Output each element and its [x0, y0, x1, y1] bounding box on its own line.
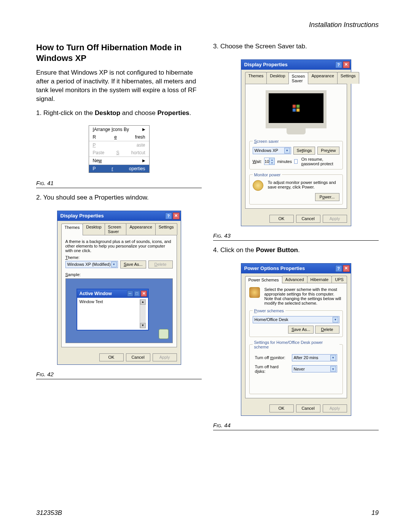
preview-button[interactable]: PreviewPreview [317, 147, 339, 155]
dialog-titlebar: Display Properties ? ✕ [57, 211, 181, 221]
tab-settings[interactable]: Settings [337, 72, 359, 84]
display-properties-screensaver-dialog: Display Properties ? ✕ Themes Desktop Sc… [241, 59, 351, 226]
settings-button[interactable]: SettingsSettings [293, 147, 315, 155]
help-button[interactable]: ? [335, 61, 342, 68]
fig-43-label: Fig. 43 [213, 232, 379, 239]
scrollbar: ▴▾ [140, 299, 146, 328]
tab-screen-saver[interactable]: Screen Saver [105, 223, 127, 235]
power-scheme-icon [249, 287, 260, 298]
ok-button[interactable]: OK [269, 215, 294, 223]
cancel-button[interactable]: Cancel [126, 353, 150, 361]
wait-spinner[interactable]: 10 ▴▾ [264, 158, 275, 165]
monitor-preview [249, 88, 343, 136]
tab-desktop[interactable]: Desktop [83, 223, 105, 235]
ok-button[interactable]: OK [269, 404, 294, 412]
sample-label: Sample:Sample: [65, 272, 173, 277]
chevron-down-icon: ▾ [111, 262, 117, 267]
apply-button: Apply [153, 353, 177, 361]
left-column: How to Turn Off Hibernation Mode in Wind… [36, 42, 202, 436]
ctx-paste: PastePaste [89, 141, 149, 149]
footer-page-number: 19 [371, 509, 379, 517]
tab-themes[interactable]: Themes [61, 224, 83, 235]
ctx-properties[interactable]: PropertiesProperties [89, 165, 149, 173]
chevron-down-icon: ▾ [330, 355, 336, 361]
screensaver-select[interactable]: Windows XP▾ [253, 147, 291, 154]
fig-42-rule [36, 379, 202, 379]
svg-rect-0 [292, 105, 295, 108]
step-1: 1. Right-click on the Desktop and choose… [36, 109, 202, 118]
resume-label: On resume, password protectOn resume, pa… [301, 157, 339, 166]
close-icon: ✕ [141, 291, 147, 297]
tab-advanced[interactable]: Advanced [282, 276, 307, 283]
power-scheme-select[interactable]: Home/Office Desk▾ [253, 316, 339, 323]
ctx-paste-shortcut: Paste ShortcutPaste Shortcut [89, 149, 149, 157]
tab-strip: Themes Desktop Screen Saver Appearance S… [61, 223, 177, 235]
intro-paragraph: Ensure that Windows XP is not configured… [36, 69, 202, 104]
cancel-button[interactable]: Cancel [296, 215, 320, 223]
apply-button: Apply [323, 215, 347, 223]
svg-rect-1 [296, 105, 299, 108]
theme-select[interactable]: Windows XP (Modified)▾ [65, 261, 118, 268]
tab-strip: Power Schemes Advanced Hibernate UPS [245, 276, 347, 283]
screensaver-legend: Screen saverScreen saver [253, 139, 280, 144]
delete-button[interactable]: DeleteDelete [315, 326, 339, 334]
step-4: 4. Click on the Power Button. [213, 246, 379, 255]
help-button[interactable]: ? [335, 265, 342, 272]
ctx-arrange-icons[interactable]: IArrange Icons ByArrange Icons By▶ [89, 126, 149, 133]
close-button[interactable]: ✕ [173, 212, 180, 219]
fig-44-label: Fig. 44 [213, 422, 379, 428]
chevron-down-icon: ▾ [284, 148, 290, 153]
turn-off-monitor-select[interactable]: After 20 mins▾ [292, 354, 337, 361]
chevron-down-icon: ▾ [333, 317, 338, 323]
ctx-refresh[interactable]: RefreshRefresh [89, 133, 149, 141]
power-schemes-legend: Power schemesPower schemes [253, 308, 285, 313]
turn-off-hard-disks-label: Turn off hard disks:Turn off hard disks: [253, 363, 290, 375]
step-3: 3. Choose the Screen Saver tab. [213, 42, 379, 51]
tab-settings[interactable]: Settings [155, 223, 177, 235]
dialog-title: Display Properties [61, 213, 104, 219]
cancel-button[interactable]: Cancel [296, 404, 320, 412]
fig-42-label: Fig. 42 [36, 371, 202, 377]
save-as-button[interactable]: Save As...Save As... [288, 326, 314, 334]
recycle-bin-icon [159, 329, 169, 339]
tab-themes[interactable]: Themes [245, 72, 267, 84]
dialog-titlebar: Power Options Properties ? ✕ [241, 264, 351, 273]
minutes-label: minutes [277, 159, 292, 164]
tab-power-schemes[interactable]: Power Schemes [245, 276, 282, 283]
close-button[interactable]: ✕ [343, 265, 350, 272]
dialog-title: Power Options Properties [244, 265, 305, 271]
turn-off-hard-disks-select[interactable]: Never▾ [292, 365, 337, 372]
tab-hibernate[interactable]: Hibernate [307, 276, 332, 283]
preview-active-window: Active Window ─ □ ✕ Window Text ▴▾ [76, 289, 149, 331]
context-menu: IArrange Icons ByArrange Icons By▶ Refre… [89, 125, 150, 173]
chevron-down-icon: ▾ [330, 366, 336, 372]
energy-star-icon [253, 180, 263, 191]
settings-for-legend: Settings for Home/Office Desk power sche… [253, 340, 339, 349]
close-button[interactable]: ✕ [343, 61, 350, 68]
svg-rect-2 [292, 109, 295, 112]
header-section: Installation Instructions [36, 21, 379, 29]
dialog-title: Display Properties [244, 62, 288, 67]
tab-appearance[interactable]: Appearance [308, 72, 337, 84]
step-2: 2. You should see a Properties window. [36, 193, 202, 202]
ok-button[interactable]: OK [99, 353, 124, 361]
display-properties-themes-dialog: Display Properties ? ✕ Themes Desktop Sc… [57, 211, 181, 365]
right-column: 3. Choose the Screen Saver tab. Display … [213, 42, 379, 436]
resume-checkbox[interactable] [294, 159, 298, 164]
theme-description: A theme is a background plus a set of so… [65, 239, 173, 253]
power-button[interactable]: Power...Power... [315, 193, 339, 201]
save-as-button[interactable]: Save As...Save As... [120, 260, 146, 268]
delete-button: DeleteDelete [148, 260, 173, 268]
ctx-new[interactable]: NewNew▶ [89, 157, 149, 165]
fig-41-rule [36, 188, 202, 188]
footer-doc-id: 312353B [36, 509, 62, 517]
tab-desktop[interactable]: Desktop [266, 72, 288, 84]
chevron-right-icon: ▶ [142, 127, 145, 131]
tab-screen-saver[interactable]: Screen Saver [288, 72, 309, 84]
windows-logo-icon [292, 104, 300, 112]
turn-off-monitor-label: Turn off monitor:Turn off monitor: [253, 353, 290, 363]
tab-appearance[interactable]: Appearance [126, 223, 155, 235]
dialog-titlebar: Display Properties ? ✕ [241, 60, 351, 70]
tab-ups[interactable]: UPS [331, 276, 347, 283]
help-button[interactable]: ? [165, 212, 172, 219]
